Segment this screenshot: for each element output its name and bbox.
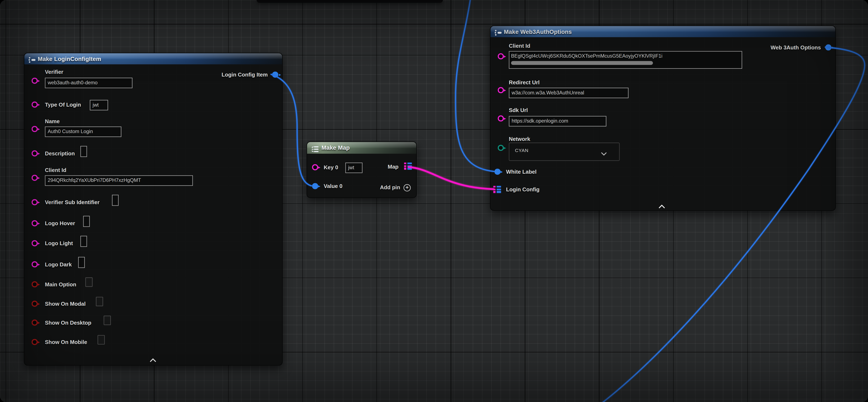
logo-hover-pin[interactable] — [32, 220, 37, 226]
name-input[interactable]: Auth0 Custom Login — [45, 126, 121, 137]
map-output-label: Map — [388, 164, 399, 170]
verifier-label: Verifier — [45, 69, 63, 75]
node-title: Make Map — [321, 144, 350, 151]
redirect-url-label: Redirect Url — [509, 79, 540, 85]
description-label: Description — [45, 150, 75, 156]
collapse-chevron-icon[interactable] — [658, 201, 665, 211]
show-on-desktop-label: Show On Desktop — [45, 320, 91, 326]
network-dropdown[interactable]: CYAN — [509, 143, 620, 161]
verifier-sub-identifier-input[interactable] — [112, 195, 119, 206]
clientid-pin[interactable] — [32, 175, 37, 181]
make-struct-icon — [495, 28, 502, 37]
name-pin[interactable] — [32, 126, 37, 132]
sdk-url-input[interactable]: https://sdk.openlogin.com — [509, 116, 606, 126]
w3a-clientid-hscrollbar[interactable] — [511, 61, 653, 65]
w3a-clientid-input[interactable]: BEglQSgt4cUWcj6SKRdu5QkOXTsePmMcusG5EAoy… — [509, 51, 742, 69]
blueprint-graph-stage: Make LoginConfigItem Verifier web3auth-a… — [0, 0, 868, 402]
redirect-url-pin[interactable] — [498, 87, 503, 93]
type-of-login-label: Type Of Login — [45, 102, 81, 108]
chevron-down-icon — [601, 148, 607, 158]
redirect-url-input[interactable]: w3a://com.w3a.Web3AuthUnreal — [509, 88, 628, 98]
show-on-modal-checkbox[interactable] — [96, 297, 103, 306]
node-header-make-map[interactable]: Make Map — [307, 142, 416, 153]
value0-label: Value 0 — [324, 183, 342, 189]
name-label: Name — [45, 118, 60, 124]
logo-dark-label: Logo Dark — [45, 261, 72, 267]
logo-hover-input[interactable] — [83, 216, 90, 227]
collapse-chevron-icon[interactable] — [150, 354, 156, 364]
add-pin-plus-icon[interactable]: + — [404, 184, 411, 191]
show-on-mobile-checkbox[interactable] — [97, 335, 104, 345]
login-config-item-output-label: Login Config Item — [222, 71, 268, 78]
key0-input[interactable]: jwt — [345, 163, 363, 173]
description-input[interactable] — [81, 146, 87, 157]
logo-light-label: Logo Light — [45, 240, 73, 247]
make-map-icon — [311, 144, 319, 154]
logo-light-pin[interactable] — [32, 240, 37, 246]
make-struct-icon — [28, 56, 36, 64]
verifier-sub-identifier-label: Verifier Sub Identifier — [45, 199, 100, 205]
show-on-modal-pin[interactable] — [32, 301, 37, 307]
w3a-clientid-text[interactable]: BEglQSgt4cUWcj6SKRdu5QkOXTsePmMcusG5EAoy… — [509, 52, 742, 59]
show-on-modal-label: Show On Modal — [45, 301, 86, 307]
w3a-clientid-label: Client Id — [509, 43, 530, 49]
show-on-desktop-checkbox[interactable] — [103, 316, 111, 325]
graph-viewport[interactable]: Make LoginConfigItem Verifier web3auth-a… — [0, 0, 868, 402]
white-label-label: White Label — [506, 169, 536, 175]
type-of-login-input[interactable]: jwt — [90, 100, 108, 110]
node-header-make-loginconfigitem[interactable]: Make LoginConfigItem — [24, 53, 282, 64]
verifier-input[interactable]: web3auth-auth0-demo — [45, 78, 132, 88]
key0-label: Key 0 — [324, 164, 338, 170]
sdk-url-pin[interactable] — [498, 115, 503, 121]
description-pin[interactable] — [32, 150, 37, 156]
node-title: Make Web3AuthOptions — [504, 28, 571, 35]
show-on-mobile-label: Show On Mobile — [45, 339, 87, 345]
verifier-sub-identifier-pin[interactable] — [32, 199, 37, 205]
network-label: Network — [509, 136, 530, 142]
logo-light-input[interactable] — [81, 236, 87, 247]
value0-pin[interactable] — [312, 183, 318, 189]
logo-dark-pin[interactable] — [32, 261, 37, 267]
logo-hover-label: Logo Hover — [45, 220, 75, 226]
web3auth-options-output-label: Web 3Auth Options — [771, 45, 821, 51]
node-title: Make LoginConfigItem — [38, 55, 101, 62]
network-pin[interactable] — [498, 145, 503, 151]
clientid-input[interactable]: 294QRkchfq2YaXUbPri7D6PH7xzHgQMT — [45, 175, 193, 186]
w3a-clientid-pin[interactable] — [498, 53, 503, 59]
logo-dark-input[interactable] — [78, 257, 85, 268]
main-option-pin[interactable] — [32, 281, 37, 287]
clientid-label: Client Id — [45, 167, 66, 173]
offscreen-node-edge — [257, 0, 443, 3]
show-on-desktop-pin[interactable] — [32, 320, 37, 325]
network-dropdown-value: CYAN — [515, 148, 529, 153]
node-make-web3authoptions[interactable]: Make Web3AuthOptions Client Id BEglQSgt4… — [490, 25, 836, 211]
main-option-label: Main Option — [45, 281, 76, 287]
main-option-checkbox[interactable] — [85, 277, 92, 287]
node-make-loginconfigitem[interactable]: Make LoginConfigItem Verifier web3auth-a… — [24, 53, 283, 366]
key0-pin[interactable] — [312, 164, 318, 170]
node-header-make-web3authoptions[interactable]: Make Web3AuthOptions — [491, 26, 835, 37]
show-on-mobile-pin[interactable] — [32, 339, 37, 345]
node-make-map[interactable]: Make Map Key 0 jwt Map Value 0 Add pin + — [307, 142, 417, 198]
add-pin-button[interactable]: Add pin — [380, 184, 400, 190]
login-config-label: Login Config — [506, 186, 539, 193]
type-of-login-pin[interactable] — [32, 102, 37, 108]
verifier-pin[interactable] — [32, 78, 37, 84]
sdk-url-label: Sdk Url — [509, 107, 528, 113]
white-label-pin[interactable] — [495, 169, 500, 174]
